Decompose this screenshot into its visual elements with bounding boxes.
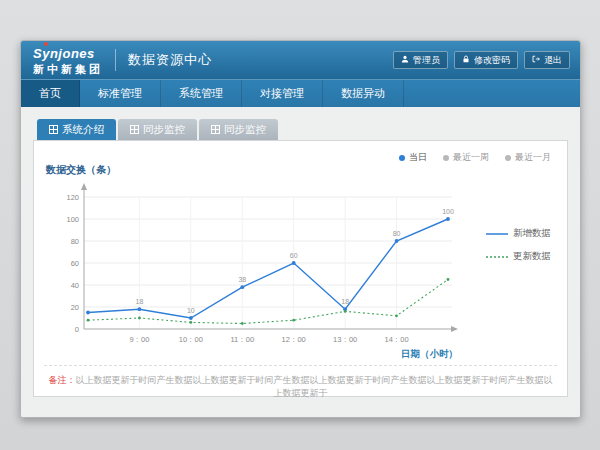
logo-text: Synjones <box>33 46 95 61</box>
svg-text:日期（小时）: 日期（小时） <box>401 348 458 360</box>
logout-label: 退出 <box>544 56 562 65</box>
filter-last-month[interactable]: 最近一月 <box>505 151 551 164</box>
solid-line-icon <box>486 228 508 239</box>
grid-icon <box>130 124 139 136</box>
svg-text:0: 0 <box>75 325 79 334</box>
filter-today-label: 当日 <box>409 151 427 164</box>
svg-text:13：00: 13：00 <box>333 335 357 344</box>
tab-sync-monitor-2[interactable]: 同步监控 <box>199 119 278 140</box>
series-legend: 新增数据 更新数据 <box>486 227 551 263</box>
tab-label: 系统介绍 <box>62 123 104 137</box>
logo-accent-dot <box>44 42 48 46</box>
logo: Synjones <box>33 45 95 61</box>
svg-text:10：00: 10：00 <box>179 335 203 344</box>
filter-today[interactable]: 当日 <box>399 151 427 164</box>
logout-button[interactable]: 退出 <box>524 51 570 69</box>
tab-bar: 系统介绍 同步监控 同步监控 <box>37 119 568 140</box>
svg-text:100: 100 <box>66 215 79 224</box>
svg-text:80: 80 <box>393 230 401 237</box>
note-text: 以上数据更新于时间产生数据以上数据更新于时间产生数据以上数据更新于时间产生数据以… <box>76 375 553 398</box>
footnote: 备注：以上数据更新于时间产生数据以上数据更新于时间产生数据以上数据更新于时间产生… <box>44 365 557 406</box>
svg-text:20: 20 <box>71 303 79 312</box>
tab-label: 同步监控 <box>224 123 266 137</box>
chart-y-axis-title: 数据交换（条） <box>46 163 557 177</box>
nav-item-home[interactable]: 首页 <box>21 80 80 107</box>
change-password-label: 修改密码 <box>474 56 510 65</box>
grid-icon <box>211 124 220 136</box>
chart-row: 0204060801001209：0010：0011：0012：0013：001… <box>44 179 557 365</box>
svg-text:14：00: 14：00 <box>384 335 408 344</box>
svg-text:120: 120 <box>66 193 79 202</box>
change-password-button[interactable]: 修改密码 <box>454 51 518 69</box>
legend-update-data-label: 更新数据 <box>513 250 551 263</box>
legend-dot <box>399 155 405 161</box>
svg-text:60: 60 <box>71 259 79 268</box>
tab-system-intro[interactable]: 系统介绍 <box>37 119 116 140</box>
admin-button-label: 管理员 <box>413 56 440 65</box>
svg-text:40: 40 <box>71 281 79 290</box>
svg-text:11：00: 11：00 <box>230 335 254 344</box>
lock-icon <box>462 55 470 65</box>
chart-filter-legend: 当日 最近一周 最近一月 <box>399 151 551 164</box>
nav-item-data-change[interactable]: 数据异动 <box>323 80 404 107</box>
svg-text:9：00: 9：00 <box>129 335 149 344</box>
legend-dot <box>443 155 449 161</box>
svg-text:18: 18 <box>341 298 349 305</box>
legend-new-data-label: 新增数据 <box>513 227 551 240</box>
svg-text:80: 80 <box>71 237 79 246</box>
line-chart: 0204060801001209：0010：0011：0012：0013：001… <box>44 179 484 365</box>
page-title: 数据资源中心 <box>128 51 212 69</box>
svg-text:12：00: 12：00 <box>282 335 306 344</box>
svg-text:100: 100 <box>442 208 454 215</box>
filter-last-week[interactable]: 最近一周 <box>443 151 489 164</box>
legend-dot <box>505 155 511 161</box>
note-prefix: 备注： <box>49 375 76 385</box>
svg-text:60: 60 <box>290 252 298 259</box>
nav-item-standard-mgmt[interactable]: 标准管理 <box>80 80 161 107</box>
chart-panel: 当日 最近一周 最近一月 数据交换（条） 0204060801001209：00… <box>33 140 568 397</box>
nav-item-system-mgmt[interactable]: 系统管理 <box>161 80 242 107</box>
company-name: 新中新集团 <box>33 64 103 75</box>
header-divider <box>115 49 116 71</box>
svg-text:18: 18 <box>136 298 144 305</box>
admin-button[interactable]: 管理员 <box>393 51 448 69</box>
user-icon <box>401 55 409 65</box>
nav-item-integration-mgmt[interactable]: 对接管理 <box>242 80 323 107</box>
legend-update-data[interactable]: 更新数据 <box>486 250 551 263</box>
tab-label: 同步监控 <box>143 123 185 137</box>
app-window: Synjones 新中新集团 数据资源中心 管理员 修改密码 退出 首页 标准管… <box>20 40 581 418</box>
content-area: 系统介绍 同步监控 同步监控 当日 最近一周 <box>21 107 580 418</box>
filter-last-month-label: 最近一月 <box>515 151 551 164</box>
main-nav: 首页 标准管理 系统管理 对接管理 数据异动 <box>21 79 580 107</box>
brand: Synjones 新中新集团 <box>21 45 103 75</box>
tab-sync-monitor-1[interactable]: 同步监控 <box>118 119 197 140</box>
grid-icon <box>49 124 58 136</box>
filter-last-week-label: 最近一周 <box>453 151 489 164</box>
header-actions: 管理员 修改密码 退出 <box>393 51 580 69</box>
dotted-line-icon <box>486 251 508 262</box>
legend-new-data[interactable]: 新增数据 <box>486 227 551 240</box>
svg-text:38: 38 <box>238 276 246 283</box>
svg-text:10: 10 <box>187 307 195 314</box>
app-header: Synjones 新中新集团 数据资源中心 管理员 修改密码 退出 <box>21 41 580 79</box>
logout-icon <box>532 55 540 65</box>
